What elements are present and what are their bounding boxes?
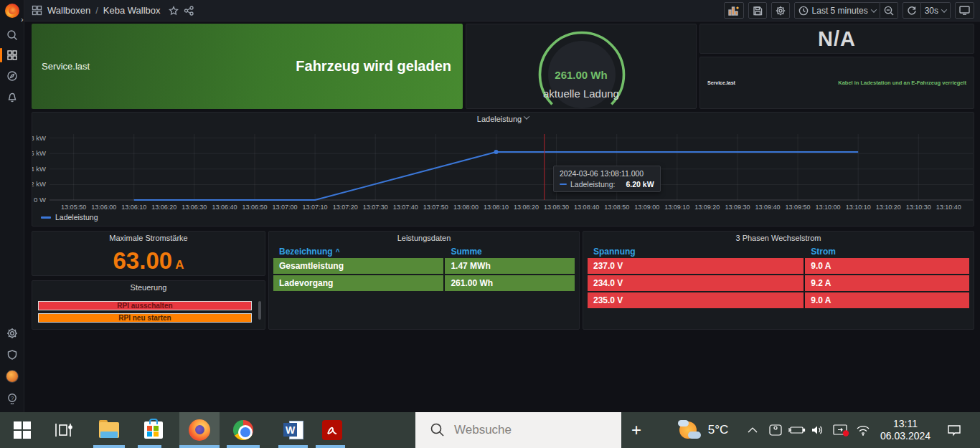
wifi-icon[interactable]	[852, 412, 874, 448]
acrobat-button[interactable]	[316, 412, 349, 448]
rpi-off-button[interactable]: RPI ausschalten	[38, 301, 252, 310]
search-placeholder: Websuche	[454, 423, 512, 437]
dashboard-grid-icon	[32, 5, 42, 16]
firefox-button[interactable]	[179, 412, 220, 448]
task-view-button[interactable]	[47, 412, 79, 448]
meet-now-icon[interactable]	[765, 412, 786, 448]
action-center-icon[interactable]	[940, 412, 969, 448]
table-row: 235.0 V 9.0 A	[588, 292, 969, 308]
max-current-panel: Maximale Stromstärke 63.00 A	[32, 231, 265, 276]
microsoft-store-button[interactable]	[138, 412, 169, 448]
cable-state-value: Kabel in Ladestation und an E-Fahrzeug v…	[838, 80, 974, 86]
breadcrumb-section[interactable]: Wallboxen	[47, 5, 90, 16]
breadcrumb-page[interactable]: Keba Wallbox	[103, 5, 161, 16]
panel-scrollbar[interactable]	[258, 301, 261, 320]
display-sync-tray-icon[interactable]	[829, 412, 852, 448]
open-indicator	[316, 445, 345, 448]
table-row: 237.0 V 9.0 A	[588, 258, 969, 274]
svg-text:13:09:30: 13:09:30	[725, 204, 750, 211]
help-icon[interactable]: ?	[0, 389, 24, 408]
weather-widget[interactable]: 5°C	[671, 412, 735, 448]
settings-gear-icon[interactable]	[0, 324, 24, 343]
column-header-summe[interactable]: Summe	[445, 247, 575, 257]
max-current-unit: A	[172, 258, 184, 272]
column-header-spannung[interactable]: Spannung	[588, 247, 805, 257]
gauge-label: aktuelle Ladung	[466, 87, 696, 100]
websearch-box[interactable]: Websuche	[415, 412, 621, 448]
svg-text:13:06:00: 13:06:00	[91, 204, 116, 211]
zoom-out-time-button[interactable]	[880, 2, 898, 19]
table-row: 234.0 V 9.2 A	[588, 275, 969, 291]
legend-series-label: Ladeleistung	[55, 213, 98, 221]
dashboard-header: Wallboxen / Keba Wallbox Last 5 minutes	[24, 0, 980, 22]
chart-legend[interactable]: Ladeleistung	[41, 213, 98, 221]
user-avatar[interactable]	[0, 367, 24, 386]
kiosk-mode-button[interactable]	[955, 2, 974, 19]
clock-time: 13:11	[893, 418, 918, 430]
svg-text:13:07:30: 13:07:30	[363, 204, 388, 211]
svg-text:13:08:40: 13:08:40	[574, 204, 599, 211]
chart-panel-title[interactable]: Ladeleistung	[32, 113, 974, 125]
battery-icon[interactable]	[786, 412, 808, 448]
desktop-screen: ? › Wallboxen / Keba Wallbox	[0, 0, 980, 448]
column-header-bezeichnung[interactable]: Bezeichnung	[273, 247, 445, 257]
svg-text:6 kW: 6 kW	[32, 149, 46, 157]
start-button[interactable]	[7, 412, 37, 448]
sidebar-item-dashboards[interactable]	[0, 46, 24, 65]
svg-text:13:06:50: 13:06:50	[242, 204, 267, 211]
svg-text:13:09:00: 13:09:00	[634, 204, 659, 211]
alerting-bell-icon[interactable]	[0, 88, 24, 107]
phasen-title: 3 Phasen Wechselstrom	[583, 232, 974, 244]
cell-bezeichnung: Ladevorgang	[273, 275, 445, 291]
file-explorer-button[interactable]	[93, 412, 125, 448]
svg-text:8 kW: 8 kW	[32, 134, 46, 142]
taskbar-clock[interactable]: 13:11 06.03.2024	[872, 412, 938, 448]
cell-strom: 9.2 A	[805, 275, 969, 291]
firefox-icon	[189, 419, 210, 441]
rpi-restart-button[interactable]: RPI neu starten	[38, 313, 252, 323]
tray-expand-chevron[interactable]	[742, 412, 763, 448]
share-icon[interactable]	[184, 6, 194, 16]
svg-text:13:09:20: 13:09:20	[694, 204, 720, 211]
cell-summe: 261.00 Wh	[445, 275, 575, 291]
dashboard-toolbar: Last 5 minutes 30s	[724, 2, 974, 19]
cell-summe: 1.47 MWh	[445, 258, 575, 274]
panel-menu-chevron-icon	[524, 113, 529, 119]
svg-text:13:08:50: 13:08:50	[604, 204, 629, 211]
grafana-logo[interactable]	[5, 4, 19, 18]
add-panel-button[interactable]	[724, 2, 744, 19]
search-icon[interactable]	[0, 26, 24, 44]
service-state-value: Fahrzeug wird geladen	[296, 58, 463, 75]
svg-text:13:06:10: 13:06:10	[121, 204, 146, 211]
svg-text:4 kW: 4 kW	[32, 165, 46, 173]
time-series-chart[interactable]: 8 kW6 kW4 kW2 kW0 W13:05:5013:06:0013:06…	[32, 125, 974, 226]
word-button[interactable]: W	[278, 412, 309, 448]
taskbar-plus-button[interactable]: +	[623, 412, 650, 448]
svg-text:13:10:20: 13:10:20	[876, 204, 901, 211]
column-header-strom[interactable]: Strom	[805, 247, 969, 257]
legend-series-color	[41, 216, 51, 219]
star-icon[interactable]	[169, 6, 179, 16]
gauge-value: 261.00 Wh	[466, 69, 696, 81]
admin-shield-icon[interactable]	[0, 345, 24, 364]
acrobat-reader-icon	[322, 420, 342, 440]
volume-icon[interactable]	[808, 412, 829, 448]
save-dashboard-button[interactable]	[748, 2, 767, 19]
tooltip-series-name: Ladeleistung:	[570, 180, 615, 189]
refresh-interval-picker[interactable]: 30s	[921, 2, 951, 19]
open-indicator	[278, 445, 308, 448]
chrome-button[interactable]	[227, 412, 260, 448]
svg-text:13:09:40: 13:09:40	[755, 204, 780, 211]
weather-sun-clouds-icon	[678, 419, 702, 442]
time-range-picker[interactable]: Last 5 minutes	[794, 2, 880, 19]
refresh-button[interactable]	[903, 2, 921, 19]
search-icon	[430, 422, 446, 438]
svg-text:13:07:50: 13:07:50	[423, 204, 448, 211]
windows-taskbar: W Websuche + 5°C	[0, 412, 980, 448]
dashboard-settings-button[interactable]	[771, 2, 790, 19]
cell-spannung: 234.0 V	[588, 275, 805, 291]
sidebar-expand-arrow[interactable]: ›	[21, 15, 24, 24]
explore-compass-icon[interactable]	[0, 67, 24, 85]
open-indicator	[138, 445, 161, 448]
svg-text:13:10:30: 13:10:30	[906, 204, 931, 211]
